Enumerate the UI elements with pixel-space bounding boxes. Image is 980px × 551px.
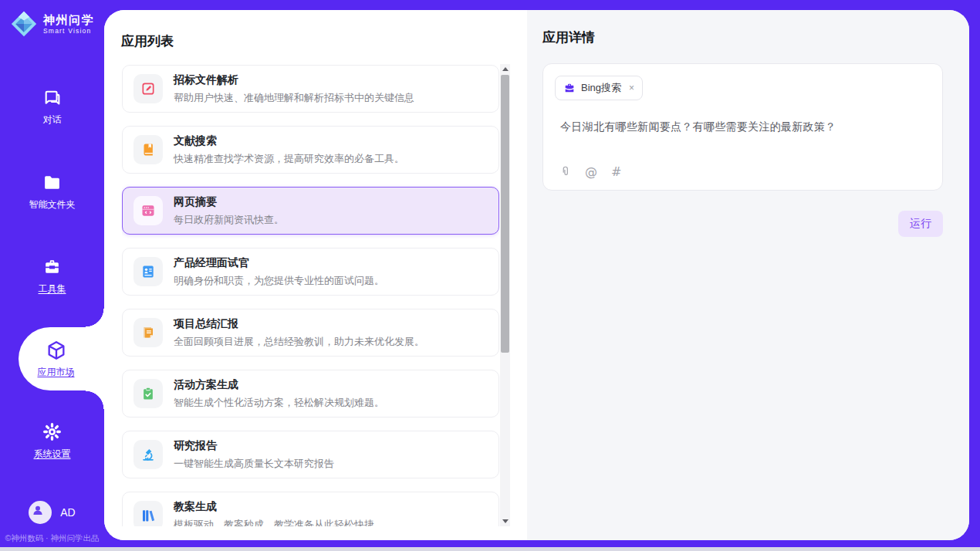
app-card[interactable]: 文献搜索 快速精准查找学术资源，提高研究效率的必备工具。: [122, 126, 499, 174]
sidebar-item-label: 应用市场: [38, 366, 75, 379]
scroll-up-icon[interactable]: [500, 64, 510, 74]
app-card[interactable]: 产品经理面试官 明确身份和职责，为您提供专业性的面试问题。: [122, 248, 499, 296]
user-initials: AD: [60, 506, 75, 519]
at-icon[interactable]: @: [585, 165, 598, 178]
toolbox-icon: [42, 257, 62, 276]
query-text: 今日湖北有哪些新闻要点？有哪些需要关注的最新政策？: [555, 120, 836, 134]
resume-icon: [140, 264, 156, 279]
tool-chip-label: Bing搜索: [581, 81, 621, 95]
app-card[interactable]: 教案生成 模板驱动，教案秒成，教学准备从此轻松快捷: [122, 492, 499, 526]
notes-icon: [140, 325, 156, 340]
app-title: 网页摘要: [174, 195, 284, 209]
composer-toolbar: @ #: [555, 165, 624, 179]
sidebar-item-label: 工具集: [39, 282, 66, 296]
window-bottom-edge: [0, 547, 980, 551]
gem-logo-icon: [10, 10, 38, 38]
sidebar-item-app-market-active[interactable]: 应用市场: [19, 327, 104, 390]
sidebar-item-chat[interactable]: 对话: [0, 88, 104, 127]
browser-icon: [140, 203, 156, 218]
tool-chip-bing-search[interactable]: Bing搜索 ×: [555, 76, 643, 100]
app-icon-box: [133, 257, 163, 286]
app-description: 快速精准查找学术资源，提高研究效率的必备工具。: [174, 152, 404, 166]
app-description: 智能生成个性化活动方案，轻松解决规划难题。: [174, 396, 384, 410]
list-scrollbar[interactable]: [500, 64, 510, 526]
scroll-down-icon[interactable]: [500, 516, 510, 526]
hash-icon[interactable]: #: [611, 165, 624, 178]
sidebar-item-label: 系统设置: [34, 448, 71, 461]
app-title: 产品经理面试官: [174, 256, 384, 270]
microscope-icon: [140, 447, 156, 462]
content-frame: 应用列表 招标文件解析 帮助用户快速、准确地理解和解析招标书中的关键信息 文献搜…: [104, 10, 969, 540]
books-icon: [140, 508, 156, 523]
user-account[interactable]: AD: [0, 501, 104, 524]
app-icon-box: [133, 440, 163, 469]
copyright-footer: ©神州数码 · 神州问学出品: [0, 533, 104, 544]
app-description: 明确身份和职责，为您提供专业性的面试问题。: [174, 274, 384, 288]
app-card[interactable]: 活动方案生成 智能生成个性化活动方案，轻松解决规划难题。: [122, 370, 499, 417]
app-icon-box: [133, 501, 163, 526]
app-icon-box: [133, 379, 163, 408]
app-title: 招标文件解析: [174, 73, 414, 87]
app-list: 招标文件解析 帮助用户快速、准确地理解和解析招标书中的关键信息 文献搜索 快速精…: [122, 65, 499, 526]
app-description: 帮助用户快速、准确地理解和解析招标书中的关键信息: [174, 91, 414, 105]
book-icon: [140, 142, 156, 157]
chip-close-icon[interactable]: ×: [629, 83, 634, 93]
app-title: 活动方案生成: [174, 378, 384, 392]
gear-icon: [42, 422, 62, 441]
app-icon-box: [133, 196, 163, 225]
app-description: 一键智能生成高质量长文本研究报告: [174, 457, 334, 471]
brand-logo: 神州问学 Smart Vision: [10, 10, 94, 38]
pen-square-icon: [140, 81, 156, 96]
app-icon-box: [133, 74, 163, 103]
brand-subtitle: Smart Vision: [43, 27, 94, 35]
cube-icon: [46, 340, 67, 361]
app-list-panel: 应用列表 招标文件解析 帮助用户快速、准确地理解和解析招标书中的关键信息 文献搜…: [104, 10, 527, 540]
clipboard-check-icon: [140, 386, 156, 401]
brand-name: 神州问学: [43, 13, 94, 27]
app-detail-panel: 应用详情 Bing搜索 × 今日湖北有哪些新闻要点？有哪些需要关注的最新政策？ …: [527, 10, 969, 540]
app-title: 教案生成: [174, 500, 374, 514]
avatar[interactable]: [29, 501, 52, 524]
chat-icon: [42, 88, 62, 107]
app-detail-title: 应用详情: [542, 29, 943, 46]
app-description: 模板驱动，教案秒成，教学准备从此轻松快捷: [174, 518, 374, 527]
run-button[interactable]: 运行: [898, 211, 943, 237]
prompt-composer[interactable]: Bing搜索 × 今日湖北有哪些新闻要点？有哪些需要关注的最新政策？ @ #: [542, 63, 943, 191]
paperclip-icon[interactable]: [559, 165, 572, 178]
app-title: 项目总结汇报: [174, 317, 424, 331]
app-title: 文献搜索: [174, 134, 404, 148]
sidebar-item-label: 智能文件夹: [29, 198, 76, 211]
app-card[interactable]: 研究报告 一键智能生成高质量长文本研究报告: [122, 431, 499, 478]
person-icon: [31, 503, 50, 522]
app-description: 全面回顾项目进展，总结经验教训，助力未来优化发展。: [174, 335, 424, 349]
sidebar: 神州问学 Smart Vision 对话 智能文件夹 工具集 应用市场 系统设置…: [0, 0, 104, 551]
sidebar-item-settings[interactable]: 系统设置: [0, 422, 104, 461]
briefcase-icon: [563, 82, 576, 94]
sidebar-item-toolset[interactable]: 工具集: [0, 257, 104, 296]
app-card[interactable]: 招标文件解析 帮助用户快速、准确地理解和解析招标书中的关键信息: [122, 65, 499, 113]
scrollbar-thumb[interactable]: [501, 75, 509, 353]
app-card[interactable]: 项目总结汇报 全面回顾项目进展，总结经验教训，助力未来优化发展。: [122, 309, 499, 357]
sidebar-item-label: 对话: [43, 113, 62, 127]
app-icon-box: [133, 318, 163, 347]
sidebar-item-smart-folder[interactable]: 智能文件夹: [0, 173, 104, 211]
app-description: 每日政府新闻资讯快查。: [174, 213, 284, 227]
app-icon-box: [133, 135, 163, 164]
app-card[interactable]: 网页摘要 每日政府新闻资讯快查。: [122, 187, 499, 235]
app-title: 研究报告: [174, 439, 334, 453]
folder-icon: [42, 173, 62, 192]
app-list-title: 应用列表: [121, 32, 174, 50]
